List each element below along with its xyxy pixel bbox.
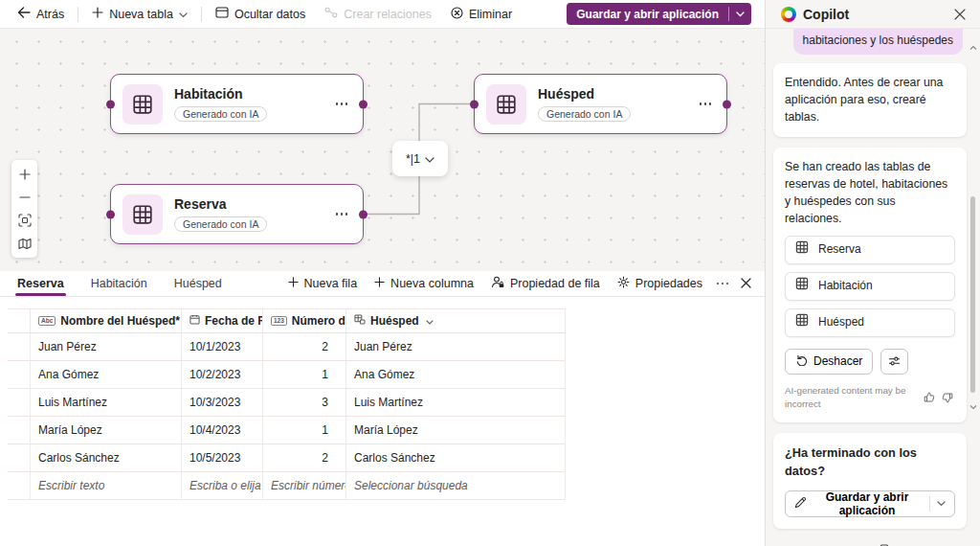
table-tabs-bar: Reserva Habitación Huésped Nueva fila Nu… — [0, 271, 765, 297]
save-open-app-split-button: Guardar y abrir aplicación — [567, 3, 751, 25]
tab-habitacion[interactable]: Habitación — [81, 271, 157, 296]
chevron-down-icon[interactable] — [929, 496, 946, 512]
grid-cell[interactable]: María López — [31, 417, 182, 444]
main-area: Atrás Nueva tabla Ocultar datos Crear re… — [0, 0, 766, 546]
grid-cell[interactable]: Ana Gómez — [346, 361, 566, 389]
row-property-button[interactable]: Propiedad de fila — [482, 272, 609, 295]
scroll-up-icon[interactable] — [969, 38, 977, 46]
tab-huesped[interactable]: Huésped — [165, 271, 232, 296]
row-property-label: Propiedad de fila — [510, 277, 600, 290]
entity-more-button[interactable] — [332, 99, 352, 109]
scrollbar-thumb[interactable] — [970, 196, 975, 393]
grid-cell[interactable]: Ana Gómez — [31, 361, 182, 389]
entity-text: Habitación Generado con IA — [174, 86, 267, 122]
table-chip-huesped[interactable]: Huésped — [785, 308, 955, 337]
grid-cell[interactable]: 2 — [263, 444, 346, 472]
grid-cell[interactable]: 2 — [263, 333, 346, 361]
create-relationships-button[interactable]: Crear relaciones — [315, 3, 441, 26]
table-grid-icon — [122, 84, 163, 125]
thumbs-up-icon[interactable] — [923, 389, 937, 406]
grid-cell[interactable]: 1 — [263, 361, 346, 389]
table-grid-icon — [486, 84, 526, 125]
new-entry-cell[interactable]: Escribir número — [263, 472, 346, 500]
new-entry-cell[interactable]: Escriba o elija una fech — [182, 472, 263, 500]
row-selector[interactable] — [8, 389, 31, 417]
grid-cell[interactable]: 3 — [263, 389, 346, 417]
grid-cell[interactable]: 10/1/2023 — [182, 333, 263, 361]
new-entry-cell[interactable]: Seleccionar búsqueda — [346, 472, 566, 500]
table-chip-reserva[interactable]: Reserva — [785, 236, 955, 264]
row-selector[interactable] — [8, 472, 31, 500]
grid-cell[interactable]: 10/3/2023 — [182, 389, 263, 417]
create-relationships-label: Crear relaciones — [344, 8, 432, 21]
grid-cell[interactable]: 10/2/2023 — [182, 361, 263, 389]
connection-port-icon[interactable] — [106, 210, 115, 218]
relationship-cardinality-button[interactable]: *|1 — [392, 141, 448, 176]
panel-more-button[interactable] — [711, 272, 734, 295]
save-open-app-dropdown[interactable] — [729, 3, 751, 25]
calendar-type-icon — [189, 314, 200, 328]
erd-canvas[interactable]: Habitación Generado con IA Huésped Gener… — [0, 29, 765, 271]
entity-card-habitacion[interactable]: Habitación Generado con IA — [110, 74, 364, 134]
row-selector[interactable] — [8, 444, 31, 472]
delete-button[interactable]: Eliminar — [441, 3, 522, 26]
tab-reserva[interactable]: Reserva — [8, 271, 74, 296]
zoom-out-button[interactable] — [12, 186, 36, 209]
ai-generated-badge: Generado con IA — [538, 106, 631, 122]
row-selector[interactable] — [8, 361, 31, 389]
row-selector[interactable] — [8, 417, 31, 444]
pen-icon — [794, 496, 807, 512]
hide-data-button[interactable]: Ocultar datos — [206, 3, 315, 26]
column-header-fecha[interactable]: Fecha de Re... — [182, 308, 263, 333]
grid-cell[interactable]: María López — [346, 417, 566, 444]
connection-port-icon[interactable] — [359, 100, 368, 108]
connection-port-icon[interactable] — [470, 100, 479, 108]
copilot-close-button[interactable] — [949, 4, 970, 25]
undo-button[interactable]: Deshacer — [785, 349, 873, 375]
grid-cell[interactable]: Juan Pérez — [346, 333, 566, 361]
entity-more-button[interactable] — [332, 209, 352, 219]
new-table-button[interactable]: Nueva tabla — [82, 3, 197, 26]
panel-close-button[interactable] — [734, 272, 757, 295]
grid-cell[interactable]: Juan Pérez — [31, 333, 182, 361]
zoom-in-button[interactable] — [12, 163, 36, 186]
grid-cell[interactable]: Luis Martínez — [346, 389, 566, 417]
grid-cell[interactable]: 10/5/2023 — [182, 444, 263, 472]
copilot-scrollbar[interactable] — [969, 31, 978, 546]
column-header-nombre[interactable]: Abc Nombre del Huésped* — [31, 308, 182, 333]
grid-cell[interactable]: Carlos Sánchez — [346, 444, 566, 472]
scroll-down-icon[interactable] — [969, 398, 977, 405]
table-chip-habitacion[interactable]: Habitación — [785, 272, 955, 301]
copilot-save-open-app-button[interactable]: Guardar y abrir aplicación — [785, 490, 955, 517]
grid-cell[interactable]: 10/4/2023 — [182, 417, 263, 444]
ai-generated-badge: Generado con IA — [174, 216, 267, 232]
panel-actions: Nueva fila Nueva columna Propiedad de fi… — [279, 272, 757, 295]
grid-cell[interactable]: Luis Martínez — [31, 389, 182, 417]
grid-cell[interactable]: 1 — [263, 417, 346, 444]
done-question: ¿Ha terminado con los datos? — [785, 444, 955, 480]
save-open-app-button[interactable]: Guardar y abrir aplicación — [567, 3, 728, 25]
map-minimap-button[interactable] — [12, 232, 36, 255]
adjust-sliders-button[interactable] — [880, 349, 908, 375]
new-row-button[interactable]: Nueva fila — [279, 272, 367, 295]
thumbs-down-icon[interactable] — [941, 389, 955, 406]
dismiss-circle-icon — [451, 7, 463, 22]
new-column-button[interactable]: Nueva columna — [366, 272, 482, 295]
entity-more-button[interactable] — [696, 99, 716, 109]
grid-cell[interactable]: Carlos Sánchez — [31, 444, 182, 472]
entity-title: Reserva — [174, 196, 267, 213]
copilot-save-label: Guardar y abrir aplicación — [813, 490, 921, 517]
connection-port-icon[interactable] — [359, 210, 368, 218]
back-button[interactable]: Atrás — [8, 3, 74, 26]
entity-card-reserva[interactable]: Reserva Generado con IA — [110, 184, 364, 244]
row-selector[interactable] — [8, 333, 31, 361]
column-header-numero[interactable]: 123 Número d... — [263, 308, 346, 333]
new-entry-cell[interactable]: Escribir texto — [31, 472, 182, 500]
entity-card-huesped[interactable]: Huésped Generado con IA — [474, 74, 727, 134]
text-type-icon: Abc — [38, 316, 56, 327]
fit-view-button[interactable] — [12, 209, 36, 232]
connection-port-icon[interactable] — [106, 100, 115, 108]
connection-port-icon[interactable] — [723, 100, 731, 108]
properties-button[interactable]: Propiedades — [609, 272, 711, 295]
column-header-huesped[interactable]: Huésped — [346, 308, 566, 333]
